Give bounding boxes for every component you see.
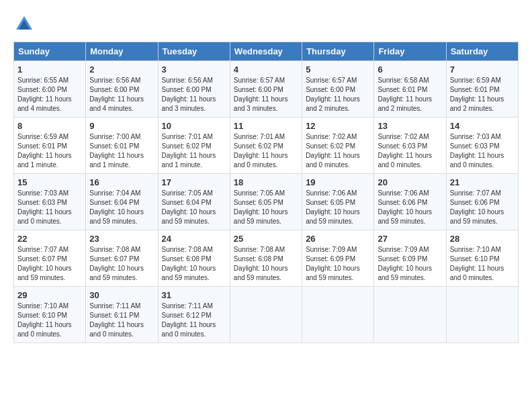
day-info: Sunrise: 7:02 AMSunset: 6:03 PMDaylight:… bbox=[378, 132, 442, 170]
day-number: 29 bbox=[17, 290, 82, 300]
day-info: Sunrise: 6:58 AMSunset: 6:01 PMDaylight:… bbox=[378, 76, 442, 113]
day-info: Sunrise: 6:59 AMSunset: 6:01 PMDaylight:… bbox=[450, 76, 515, 113]
day-number: 17 bbox=[162, 177, 226, 187]
day-number: 7 bbox=[450, 64, 515, 75]
day-number: 26 bbox=[306, 234, 370, 244]
calendar-cell: 27Sunrise: 7:09 AMSunset: 6:09 PMDayligh… bbox=[374, 230, 446, 287]
day-number: 14 bbox=[450, 121, 515, 131]
day-info: Sunrise: 7:08 AMSunset: 6:08 PMDaylight:… bbox=[162, 245, 226, 283]
calendar-cell: 19Sunrise: 7:06 AMSunset: 6:05 PMDayligh… bbox=[302, 174, 374, 230]
column-header-monday: Monday bbox=[86, 42, 158, 61]
calendar-table: SundayMondayTuesdayWednesdayThursdayFrid… bbox=[13, 42, 519, 343]
calendar-cell bbox=[230, 287, 302, 343]
calendar-cell: 30Sunrise: 7:11 AMSunset: 6:11 PMDayligh… bbox=[86, 287, 158, 343]
calendar-cell: 11Sunrise: 7:01 AMSunset: 6:02 PMDayligh… bbox=[230, 118, 302, 174]
calendar-cell: 21Sunrise: 7:07 AMSunset: 6:06 PMDayligh… bbox=[446, 174, 518, 230]
day-info: Sunrise: 6:56 AMSunset: 6:00 PMDaylight:… bbox=[162, 76, 226, 113]
week-row-3: 15Sunrise: 7:03 AMSunset: 6:03 PMDayligh… bbox=[14, 174, 519, 230]
day-number: 30 bbox=[89, 290, 154, 300]
calendar-cell bbox=[446, 287, 518, 343]
calendar-cell: 9Sunrise: 7:00 AMSunset: 6:01 PMDaylight… bbox=[86, 118, 158, 174]
calendar-cell: 13Sunrise: 7:02 AMSunset: 6:03 PMDayligh… bbox=[374, 118, 446, 174]
day-number: 19 bbox=[306, 177, 370, 187]
day-info: Sunrise: 7:10 AMSunset: 6:10 PMDaylight:… bbox=[17, 302, 82, 339]
day-number: 12 bbox=[306, 121, 370, 131]
week-row-4: 22Sunrise: 7:07 AMSunset: 6:07 PMDayligh… bbox=[14, 230, 519, 287]
calendar-cell: 17Sunrise: 7:05 AMSunset: 6:04 PMDayligh… bbox=[158, 174, 230, 230]
day-number: 3 bbox=[162, 64, 226, 75]
day-info: Sunrise: 7:02 AMSunset: 6:02 PMDaylight:… bbox=[306, 132, 370, 170]
calendar-cell: 7Sunrise: 6:59 AMSunset: 6:01 PMDaylight… bbox=[446, 61, 518, 118]
logo-icon bbox=[13, 13, 35, 35]
calendar-cell: 3Sunrise: 6:56 AMSunset: 6:00 PMDaylight… bbox=[158, 61, 230, 118]
column-header-wednesday: Wednesday bbox=[230, 42, 302, 61]
column-header-sunday: Sunday bbox=[14, 42, 86, 61]
week-row-1: 1Sunrise: 6:55 AMSunset: 6:00 PMDaylight… bbox=[14, 61, 519, 118]
calendar-cell: 5Sunrise: 6:57 AMSunset: 6:00 PMDaylight… bbox=[302, 61, 374, 118]
day-number: 27 bbox=[378, 234, 442, 244]
logo bbox=[13, 13, 38, 35]
calendar-cell: 25Sunrise: 7:08 AMSunset: 6:08 PMDayligh… bbox=[230, 230, 302, 287]
day-info: Sunrise: 7:01 AMSunset: 6:02 PMDaylight:… bbox=[234, 132, 298, 170]
day-number: 22 bbox=[17, 234, 82, 244]
day-info: Sunrise: 7:03 AMSunset: 6:03 PMDaylight:… bbox=[450, 132, 515, 170]
calendar-cell: 14Sunrise: 7:03 AMSunset: 6:03 PMDayligh… bbox=[446, 118, 518, 174]
day-number: 21 bbox=[450, 177, 515, 187]
day-info: Sunrise: 7:08 AMSunset: 6:08 PMDaylight:… bbox=[234, 245, 298, 283]
day-number: 24 bbox=[162, 234, 226, 244]
day-info: Sunrise: 7:10 AMSunset: 6:10 PMDaylight:… bbox=[450, 245, 515, 283]
calendar-cell: 23Sunrise: 7:08 AMSunset: 6:07 PMDayligh… bbox=[86, 230, 158, 287]
day-info: Sunrise: 7:07 AMSunset: 6:07 PMDaylight:… bbox=[17, 245, 82, 283]
header-row: SundayMondayTuesdayWednesdayThursdayFrid… bbox=[14, 42, 519, 61]
calendar-cell: 24Sunrise: 7:08 AMSunset: 6:08 PMDayligh… bbox=[158, 230, 230, 287]
day-number: 11 bbox=[234, 121, 298, 131]
week-row-2: 8Sunrise: 6:59 AMSunset: 6:01 PMDaylight… bbox=[14, 118, 519, 174]
calendar-cell: 22Sunrise: 7:07 AMSunset: 6:07 PMDayligh… bbox=[14, 230, 86, 287]
header bbox=[13, 13, 519, 35]
day-number: 16 bbox=[89, 177, 154, 187]
day-number: 23 bbox=[89, 234, 154, 244]
day-info: Sunrise: 7:09 AMSunset: 6:09 PMDaylight:… bbox=[378, 245, 442, 283]
day-info: Sunrise: 7:01 AMSunset: 6:02 PMDaylight:… bbox=[162, 132, 226, 170]
day-info: Sunrise: 7:08 AMSunset: 6:07 PMDaylight:… bbox=[89, 245, 154, 283]
day-info: Sunrise: 7:04 AMSunset: 6:04 PMDaylight:… bbox=[89, 189, 154, 226]
day-info: Sunrise: 7:07 AMSunset: 6:06 PMDaylight:… bbox=[450, 189, 515, 226]
week-row-5: 29Sunrise: 7:10 AMSunset: 6:10 PMDayligh… bbox=[14, 287, 519, 343]
day-info: Sunrise: 7:11 AMSunset: 6:11 PMDaylight:… bbox=[89, 302, 154, 339]
day-number: 25 bbox=[234, 234, 298, 244]
day-info: Sunrise: 7:00 AMSunset: 6:01 PMDaylight:… bbox=[89, 132, 154, 170]
calendar-cell: 10Sunrise: 7:01 AMSunset: 6:02 PMDayligh… bbox=[158, 118, 230, 174]
calendar-cell: 31Sunrise: 7:11 AMSunset: 6:12 PMDayligh… bbox=[158, 287, 230, 343]
calendar-cell: 16Sunrise: 7:04 AMSunset: 6:04 PMDayligh… bbox=[86, 174, 158, 230]
day-info: Sunrise: 7:06 AMSunset: 6:05 PMDaylight:… bbox=[306, 189, 370, 226]
day-number: 4 bbox=[234, 64, 298, 75]
calendar-cell: 12Sunrise: 7:02 AMSunset: 6:02 PMDayligh… bbox=[302, 118, 374, 174]
day-number: 28 bbox=[450, 234, 515, 244]
day-info: Sunrise: 7:03 AMSunset: 6:03 PMDaylight:… bbox=[17, 189, 82, 226]
column-header-friday: Friday bbox=[374, 42, 446, 61]
calendar-cell: 29Sunrise: 7:10 AMSunset: 6:10 PMDayligh… bbox=[14, 287, 86, 343]
day-info: Sunrise: 7:05 AMSunset: 6:05 PMDaylight:… bbox=[234, 189, 298, 226]
calendar-cell bbox=[302, 287, 374, 343]
calendar-cell: 15Sunrise: 7:03 AMSunset: 6:03 PMDayligh… bbox=[14, 174, 86, 230]
day-number: 8 bbox=[17, 121, 82, 131]
day-number: 9 bbox=[89, 121, 154, 131]
day-number: 18 bbox=[234, 177, 298, 187]
day-info: Sunrise: 7:05 AMSunset: 6:04 PMDaylight:… bbox=[162, 189, 226, 226]
day-number: 31 bbox=[162, 290, 226, 300]
calendar-cell: 18Sunrise: 7:05 AMSunset: 6:05 PMDayligh… bbox=[230, 174, 302, 230]
column-header-tuesday: Tuesday bbox=[158, 42, 230, 61]
day-info: Sunrise: 6:57 AMSunset: 6:00 PMDaylight:… bbox=[234, 76, 298, 113]
day-info: Sunrise: 7:09 AMSunset: 6:09 PMDaylight:… bbox=[306, 245, 370, 283]
day-number: 15 bbox=[17, 177, 82, 187]
day-info: Sunrise: 7:11 AMSunset: 6:12 PMDaylight:… bbox=[162, 302, 226, 339]
day-number: 1 bbox=[17, 64, 82, 75]
day-number: 20 bbox=[378, 177, 442, 187]
day-info: Sunrise: 6:57 AMSunset: 6:00 PMDaylight:… bbox=[306, 76, 370, 113]
day-info: Sunrise: 6:59 AMSunset: 6:01 PMDaylight:… bbox=[17, 132, 82, 170]
day-number: 13 bbox=[378, 121, 442, 131]
day-info: Sunrise: 6:55 AMSunset: 6:00 PMDaylight:… bbox=[17, 76, 82, 113]
column-header-thursday: Thursday bbox=[302, 42, 374, 61]
day-number: 5 bbox=[306, 64, 370, 75]
day-number: 10 bbox=[162, 121, 226, 131]
